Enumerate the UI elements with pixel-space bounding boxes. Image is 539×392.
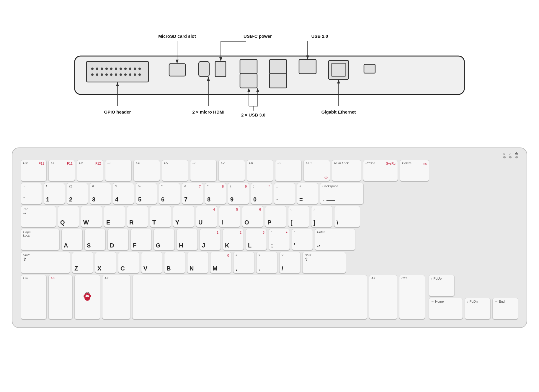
key-a[interactable]: A: [61, 229, 83, 250]
key-f5[interactable]: F5: [162, 160, 188, 181]
caps-led: [509, 156, 512, 158]
key-esc[interactable]: Esc F11: [21, 160, 47, 181]
svg-point-7: [115, 68, 117, 70]
diagram-svg: GPIO header MicroSD card slot USB-C powe…: [63, 27, 476, 133]
port-diagram-section: GPIO header MicroSD card slot USB-C powe…: [0, 0, 539, 142]
key-f6[interactable]: F6: [190, 160, 217, 181]
key-r[interactable]: R: [127, 206, 148, 227]
key-f9[interactable]: F9: [275, 160, 302, 181]
svg-point-8: [120, 68, 122, 70]
key-shift-left[interactable]: Shift ⇧: [21, 252, 70, 273]
key-w[interactable]: W: [81, 206, 102, 227]
key-backtick[interactable]: ~ `: [21, 183, 42, 204]
svg-point-17: [110, 73, 112, 76]
key-f[interactable]: F: [130, 229, 152, 250]
key-fn[interactable]: Fn: [48, 275, 73, 319]
key-ctrl-left[interactable]: Ctrl: [21, 275, 47, 319]
key-s[interactable]: S: [84, 229, 106, 250]
key-rbracket[interactable]: } ]: [311, 206, 332, 227]
svg-point-15: [101, 73, 103, 76]
key-l[interactable]: L 3: [246, 229, 267, 250]
key-f4[interactable]: F4: [133, 160, 160, 181]
key-tab[interactable]: Tab ⇥: [21, 206, 56, 227]
key-g[interactable]: G: [153, 229, 175, 250]
key-9[interactable]: ( 9 9: [228, 183, 249, 204]
usb20-label: USB 2.0: [311, 34, 328, 39]
key-8[interactable]: * 8 8: [205, 183, 226, 204]
usb30-label: 2 × USB 3.0: [241, 112, 265, 117]
key-backspace[interactable]: Backspace ←——: [320, 183, 364, 204]
key-3[interactable]: # 3: [90, 183, 111, 204]
key-f8[interactable]: F8: [247, 160, 273, 181]
key-prtscn[interactable]: PrtScn SysRq: [363, 160, 398, 181]
svg-point-18: [115, 73, 117, 76]
key-p[interactable]: P -: [265, 206, 286, 227]
key-0[interactable]: ) 0 *: [251, 183, 272, 204]
key-f10[interactable]: F10 ⏻: [303, 160, 330, 181]
key-n[interactable]: N: [187, 252, 208, 273]
led-power: ⏻: [515, 152, 518, 158]
key-5[interactable]: % 5: [136, 183, 157, 204]
key-4[interactable]: $ 4: [113, 183, 134, 204]
nav-bottom-row: ← Home ↓ PgDn → End: [429, 298, 518, 319]
key-f1[interactable]: F1 F11: [48, 160, 75, 181]
key-k[interactable]: K 2: [223, 229, 244, 250]
svg-point-5: [105, 68, 108, 70]
key-comma[interactable]: < ,: [233, 252, 254, 273]
key-home[interactable]: ← Home: [429, 298, 463, 319]
key-f3[interactable]: F3: [105, 160, 132, 181]
key-c[interactable]: C: [118, 252, 139, 273]
key-m[interactable]: M 0: [210, 252, 231, 273]
key-caps-lock[interactable]: Caps Lock: [21, 229, 60, 250]
key-quote[interactable]: " ': [292, 229, 313, 250]
key-lbracket[interactable]: { [: [288, 206, 309, 227]
key-6[interactable]: ^ 6: [159, 183, 180, 204]
key-end[interactable]: → End: [492, 298, 518, 319]
key-minus[interactable]: _ -: [274, 183, 295, 204]
key-f7[interactable]: F7: [218, 160, 245, 181]
key-1[interactable]: ! 1: [44, 183, 65, 204]
key-e[interactable]: E: [104, 206, 125, 227]
svg-rect-1: [86, 61, 148, 82]
key-f2[interactable]: F2 F12: [77, 160, 103, 181]
key-i[interactable]: I 5: [219, 206, 240, 227]
key-numlock[interactable]: Num Lock: [332, 160, 361, 181]
key-alt-right[interactable]: Alt: [369, 275, 397, 319]
nav-cluster: ↑ PgUp ← Home ↓ PgDn → End: [429, 275, 518, 319]
key-slash[interactable]: ? /: [279, 252, 300, 273]
key-2[interactable]: @ 2: [67, 183, 88, 204]
key-pgdn[interactable]: ↓ PgDn: [465, 298, 491, 319]
key-semicolon[interactable]: : ; +: [269, 229, 290, 250]
key-d[interactable]: D: [107, 229, 129, 250]
key-x[interactable]: X: [95, 252, 116, 273]
key-pgup[interactable]: ↑ PgUp: [429, 275, 455, 296]
key-raspberry[interactable]: [74, 275, 100, 319]
key-delete[interactable]: Delete Ins: [400, 160, 429, 181]
key-b[interactable]: B: [164, 252, 185, 273]
key-alt-left[interactable]: Alt: [102, 275, 130, 319]
key-y[interactable]: Y: [173, 206, 194, 227]
caps-icon: A: [509, 152, 511, 155]
power-icon: ⏻: [515, 152, 518, 155]
key-t[interactable]: T: [150, 206, 171, 227]
key-q[interactable]: Q: [58, 206, 79, 227]
key-ctrl-right[interactable]: Ctrl: [399, 275, 425, 319]
key-shift-right[interactable]: Shift ⇧: [302, 252, 346, 273]
key-space[interactable]: [132, 275, 367, 319]
key-period[interactable]: > .: [256, 252, 277, 273]
svg-point-13: [91, 73, 94, 76]
key-equals[interactable]: + =: [297, 183, 318, 204]
key-v[interactable]: V: [141, 252, 162, 273]
key-h[interactable]: H: [177, 229, 198, 250]
key-backslash[interactable]: | \: [334, 206, 360, 227]
key-z[interactable]: Z: [72, 252, 93, 273]
key-enter[interactable]: Enter ↵: [315, 229, 355, 250]
key-o[interactable]: O 6: [242, 206, 263, 227]
shift-row: Shift ⇧ Z X C V B N M 0 < , >: [21, 252, 518, 273]
key-j[interactable]: J 1: [200, 229, 221, 250]
key-u[interactable]: U 4: [196, 206, 217, 227]
svg-point-62: [85, 297, 90, 301]
svg-point-22: [134, 73, 136, 76]
key-7[interactable]: & 7 7: [182, 183, 203, 204]
svg-point-14: [96, 73, 98, 76]
